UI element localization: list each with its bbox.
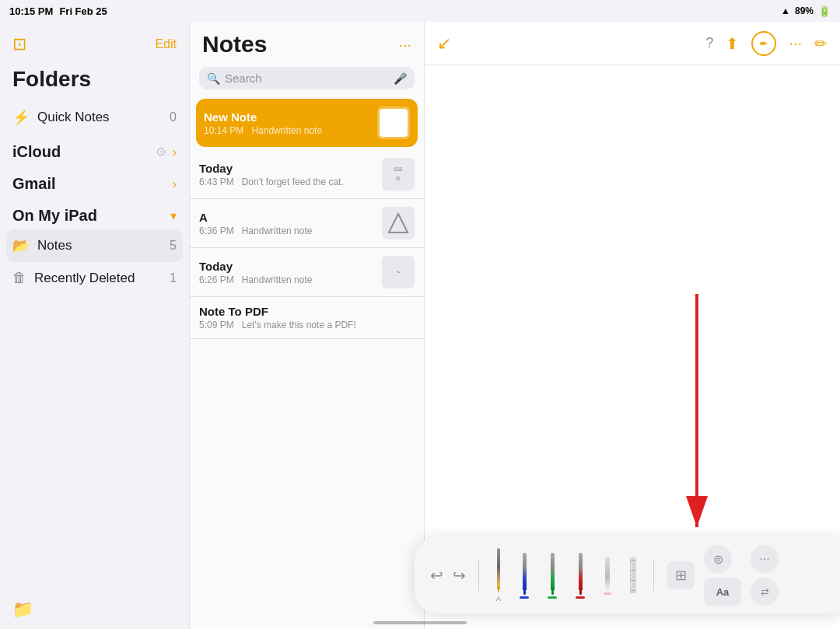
note-1-title: New Note <box>204 110 369 124</box>
ruler-tool[interactable] <box>625 554 641 596</box>
compose-icon[interactable]: ✏ <box>814 34 828 53</box>
quick-notes-count: 0 <box>170 110 177 124</box>
toolbar-left: ↙ <box>437 33 451 54</box>
note-5-time: 5:09 PM <box>199 320 234 330</box>
toolbar-divider-2 <box>653 560 654 591</box>
sidebar-gmail-header[interactable]: Gmail › <box>0 166 189 197</box>
more-tools-button[interactable]: ··· <box>751 545 779 573</box>
pen-blue-body <box>523 553 527 590</box>
pen-icon: ✒ <box>759 37 768 50</box>
sidebar-item-recently-deleted[interactable]: 🗑 Recently Deleted 1 <box>0 262 189 294</box>
pen-tool-blue[interactable] <box>515 550 534 602</box>
note-content-area: ↙ ? ⬆ ✒ ··· ✏ <box>425 22 840 629</box>
battery-icon: 🔋 <box>818 5 831 17</box>
sidebar-item-notes[interactable]: 📂 Notes 5 <box>6 229 183 262</box>
note-2-time: 6:43 PM <box>199 176 234 187</box>
ruler-line <box>631 580 635 581</box>
search-input[interactable]: Search <box>225 72 389 85</box>
note-item-3[interactable]: A 6:36 PM Handwritten note <box>190 199 424 248</box>
pen-green-body <box>551 553 555 590</box>
on-my-ipad-header[interactable]: On My iPad ▾ <box>0 197 189 229</box>
pencil-label: A <box>496 595 501 603</box>
time: 10:15 PM <box>9 5 53 17</box>
ruler-line <box>631 560 635 561</box>
status-bar: 10:15 PM Fri Feb 25 ▲ 89% 🔋 <box>0 0 840 22</box>
note-item-5[interactable]: Note To PDF 5:09 PM Let's make this note… <box>190 297 424 339</box>
undo-button[interactable]: ↩ <box>430 566 443 585</box>
notes-right: 5 <box>170 239 177 253</box>
pen-tool-green[interactable] <box>543 550 562 602</box>
note-item-2[interactable]: Today 6:43 PM Don't forget feed the cat.… <box>190 150 424 199</box>
note-3-thumb-svg <box>386 211 411 236</box>
grid-button[interactable]: ⊞ <box>667 561 695 589</box>
note-5-info: Note To PDF 5:09 PM Let's make this note… <box>199 305 415 330</box>
note-3-thumbnail <box>382 207 415 239</box>
on-my-ipad-label: On My iPad <box>12 207 97 225</box>
sidebar-header: ⊡ Edit <box>0 28 189 64</box>
note-4-subtitle: 6:26 PM Handwritten note <box>199 274 374 285</box>
recently-deleted-icon: 🗑 <box>12 270 26 286</box>
notes-folder-label: Notes <box>37 238 72 253</box>
redo-button[interactable]: ↪ <box>453 566 466 585</box>
notes-folder-icon: 📂 <box>12 237 30 254</box>
ruler-line <box>631 590 635 591</box>
note-2-title: Today <box>199 162 374 175</box>
pencil-tip <box>497 587 500 593</box>
note-4-thumbnail: ~ <box>382 256 415 288</box>
pen-blue-tip <box>523 590 526 595</box>
pen-green-cap <box>548 596 557 599</box>
icloud-label: iCloud <box>12 143 61 161</box>
microphone-icon[interactable]: 🎤 <box>394 72 407 85</box>
app-container: ⊡ Edit Folders ⚡ Quick Notes 0 iCloud ⚙ … <box>0 22 840 629</box>
lasso-button[interactable]: ⊚ <box>704 545 732 573</box>
search-bar[interactable]: 🔍 Search 🎤 <box>199 67 415 89</box>
eraser-tool[interactable] <box>599 554 616 598</box>
question-icon[interactable]: ? <box>705 35 713 51</box>
note-item-4[interactable]: Today 6:26 PM Handwritten note ~ <box>190 248 424 297</box>
note-2-thumbnail: ≡≡≡ <box>382 158 415 190</box>
back-arrow-icon[interactable]: ↙ <box>437 33 451 54</box>
pen-icon-circle[interactable]: ✒ <box>751 31 776 56</box>
note-2-subtitle: 6:43 PM Don't forget feed the cat. <box>199 176 374 187</box>
note-3-time: 6:36 PM <box>199 225 234 236</box>
recently-deleted-left: 🗑 Recently Deleted <box>12 270 135 286</box>
gmail-label: Gmail <box>12 175 56 193</box>
quick-notes-left: ⚡ Quick Notes <box>12 109 110 126</box>
quick-notes-icon: ⚡ <box>12 109 30 126</box>
pen-red-tip <box>579 590 582 595</box>
icloud-chevron: › <box>173 145 177 159</box>
on-my-ipad-chevron: ▾ <box>170 208 177 223</box>
note-1-thumbnail <box>377 107 410 139</box>
extra-tool-button[interactable]: ⇄ <box>751 578 779 606</box>
font-button[interactable]: Aa <box>704 578 741 606</box>
gmail-chevron: › <box>173 177 177 191</box>
note-5-subtitle: 5:09 PM Let's make this note a PDF! <box>199 320 415 330</box>
pencil-tool[interactable]: A <box>492 545 506 606</box>
note-item-1[interactable]: New Note 10:14 PM Handwritten note <box>196 99 418 147</box>
pen-red-cap <box>576 596 585 599</box>
ruler-body <box>630 557 636 593</box>
note-content-toolbar: ↙ ? ⬆ ✒ ··· ✏ <box>425 22 840 65</box>
new-folder-icon[interactable]: 📁 <box>12 599 33 619</box>
battery-level: 89% <box>795 5 814 16</box>
search-icon: 🔍 <box>207 72 220 85</box>
sidebar-item-quick-notes[interactable]: ⚡ Quick Notes 0 <box>0 101 189 134</box>
notes-list-more-button[interactable]: ··· <box>398 36 411 54</box>
share-icon[interactable]: ⬆ <box>726 34 739 53</box>
sidebar-toggle-icon[interactable]: ⊡ <box>12 34 26 54</box>
pen-red-body <box>579 553 583 590</box>
note-4-title: Today <box>199 260 374 273</box>
edit-button[interactable]: Edit <box>155 37 177 51</box>
quick-notes-label: Quick Notes <box>37 110 110 125</box>
ruler-line <box>631 570 635 571</box>
date: Fri Feb 25 <box>59 5 107 17</box>
toolbar-more-icon[interactable]: ··· <box>789 34 802 52</box>
notes-list-title: Notes <box>202 31 267 58</box>
note-3-info: A 6:36 PM Handwritten note <box>199 211 374 236</box>
note-1-time: 10:14 PM <box>204 125 243 136</box>
pen-tool-red[interactable] <box>571 550 590 602</box>
sidebar-bottom: 📁 <box>0 590 189 629</box>
drawing-toolbar: ↩ ↪ A <box>415 537 840 613</box>
sidebar-icloud-header[interactable]: iCloud ⚙ › <box>0 134 189 166</box>
more-tool-group: ··· ⇄ <box>751 545 779 606</box>
